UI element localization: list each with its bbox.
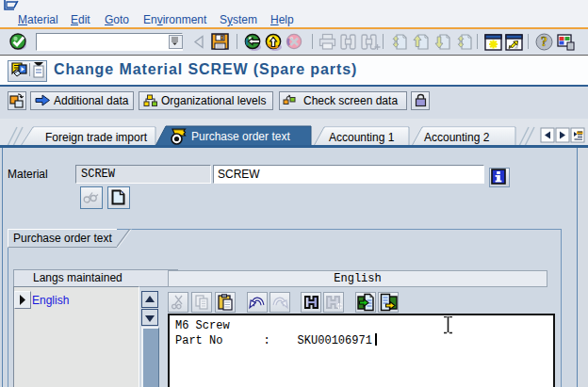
svg-text:?: ? — [541, 35, 547, 49]
